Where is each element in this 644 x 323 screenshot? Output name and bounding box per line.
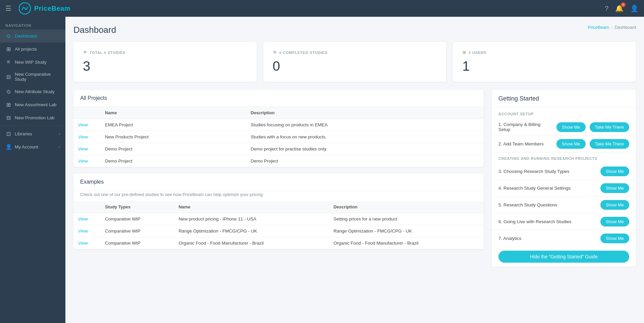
project-description: Demo project for practise studies only. [246, 143, 484, 155]
examples-header: Examples [73, 174, 484, 191]
sidebar: NAVIGATION ⊙ Dashboard ⊞ All projects ≡ … [0, 17, 65, 323]
view-link[interactable]: View [78, 122, 88, 127]
show-me-button[interactable]: Show Me [600, 200, 629, 210]
two-col-layout: All Projects Name Description View EMEA … [73, 90, 636, 267]
all-projects-header: All Projects [73, 90, 484, 107]
show-me-button[interactable]: Show Me [600, 217, 629, 227]
sidebar-item-libraries[interactable]: ⊡ Libraries › [0, 127, 65, 140]
table-row: View New Products Project Studies with a… [73, 131, 484, 143]
sidebar-item-new-comparative-study[interactable]: ⊟ New Comparative Study [0, 68, 65, 85]
stat-card-total-studies: ⚑ TOTAL # STUDIES 3 [73, 42, 257, 82]
promotion-icon: ⊟ [5, 115, 11, 121]
getting-started-title: Getting Started [492, 90, 636, 108]
gs-item-text: 6. Going Live with Research Studies [498, 219, 596, 224]
libraries-icon: ⊡ [5, 131, 11, 137]
gs-item: 5. Research Study QuestionsShow Me [492, 197, 636, 213]
stat-value-completed: 0 [273, 59, 437, 74]
hamburger-button[interactable]: ☰ [5, 4, 11, 12]
example-name: New product pricing - iPhone 11 - USA [174, 213, 329, 225]
stat-label-users: ✱ # USERS [462, 50, 627, 55]
view-link[interactable]: View [78, 158, 88, 164]
take-me-there-button[interactable]: Take Me There [590, 122, 629, 132]
table-row: View Demo Project Demo Project [73, 155, 484, 167]
view-link[interactable]: View [78, 134, 88, 139]
page-title-area: Dashboard PriceBeam › Dashboard [73, 25, 636, 35]
sidebar-item-label: My Account [15, 144, 38, 149]
ex-col-name: Name [174, 201, 329, 213]
page-title: Dashboard [73, 25, 116, 35]
project-description: Studies focusing on products in EMEA [246, 119, 484, 131]
sidebar-item-label: All projects [15, 47, 37, 52]
table-row: View Comparative WtP Range Optimization … [73, 225, 484, 237]
ex-col-view [73, 201, 100, 213]
sidebar-item-label: New Promotion Lab [15, 115, 55, 120]
view-link[interactable]: View [78, 216, 88, 221]
sidebar-item-label: New Comparative Study [15, 72, 60, 82]
gs-item-text: 1. Company & Billing Setup [498, 122, 552, 132]
hide-guide-button[interactable]: Hide the "Getting Started" Guide [498, 251, 629, 263]
sidebar-item-new-attribute-study[interactable]: ⊙ New Attribute Study [0, 85, 65, 98]
main-layout: NAVIGATION ⊙ Dashboard ⊞ All projects ≡ … [0, 17, 644, 323]
user-icon[interactable]: 👤 [630, 4, 639, 12]
account-arrow: › [59, 145, 60, 149]
all-projects-card: All Projects Name Description View EMEA … [73, 90, 484, 167]
gs-item: 3. Choosing Research Study TypesShow Me [492, 163, 636, 180]
notification-badge: 0 [621, 2, 626, 7]
header-icons: ? 🔔 0 👤 [605, 4, 639, 12]
gs-item: 2. Add Team MembersShow MeTake Me There [492, 136, 636, 152]
breadcrumb-dashboard: Dashboard [614, 25, 636, 30]
study-type: Comparative WtP [100, 237, 174, 249]
gs-item-text: 3. Choosing Research Study Types [498, 169, 596, 174]
table-row: View Comparative WtP New product pricing… [73, 213, 484, 225]
sidebar-item-new-wtp-study[interactable]: ≡ New WtP Study [0, 56, 65, 68]
sidebar-item-new-promotion-lab[interactable]: ⊟ New Promotion Lab [0, 111, 65, 124]
take-me-there-button[interactable]: Take Me There [590, 139, 629, 149]
project-name: New Products Project [100, 131, 246, 143]
project-name: Demo Project [100, 143, 246, 155]
examples-table: Study Types Name Description View Compar… [73, 201, 484, 249]
sidebar-item-label: New WtP Study [15, 60, 46, 65]
gs-item-text: 4. Research Study General Settings [498, 186, 596, 191]
stat-value-users: 1 [462, 59, 627, 74]
view-link[interactable]: View [78, 146, 88, 151]
breadcrumb-pricebeam[interactable]: PriceBeam [588, 25, 609, 30]
show-me-button[interactable]: Show Me [556, 139, 585, 149]
breadcrumb: PriceBeam › Dashboard [588, 25, 636, 30]
show-me-button[interactable]: Show Me [600, 167, 629, 176]
sidebar-item-all-projects[interactable]: ⊞ All projects [0, 43, 65, 56]
stat-icon-users: ✱ [462, 50, 467, 55]
ex-col-description: Description [329, 201, 484, 213]
logo-icon [19, 2, 31, 14]
getting-started-panel: Getting Started ACCOUNT SETUP1. Company … [492, 90, 636, 267]
assortment-icon: ⊞ [5, 102, 11, 108]
sidebar-item-label: New Attribute Study [15, 89, 55, 94]
content-area: Dashboard PriceBeam › Dashboard ⚑ TOTAL … [65, 17, 644, 323]
study-type: Comparative WtP [100, 213, 174, 225]
stat-label-total: ⚑ TOTAL # STUDIES [83, 50, 247, 55]
show-me-button[interactable]: Show Me [600, 234, 629, 243]
sidebar-item-label: New Assortment Lab [15, 102, 57, 107]
col-header-view [73, 107, 100, 119]
attribute-icon: ⊙ [5, 88, 11, 95]
bell-icon[interactable]: 🔔 0 [615, 4, 624, 12]
view-link[interactable]: View [78, 241, 88, 246]
col-header-name: Name [100, 107, 246, 119]
help-icon[interactable]: ? [605, 5, 608, 12]
show-me-button[interactable]: Show Me [556, 122, 585, 132]
table-row: View EMEA Project Studies focusing on pr… [73, 119, 484, 131]
example-description: Setting prices for a new product [329, 213, 484, 225]
sidebar-item-label: Dashboard [15, 34, 37, 39]
examples-card: Examples Check out one of our pre-define… [73, 174, 484, 249]
sidebar-item-dashboard[interactable]: ⊙ Dashboard [0, 29, 65, 43]
show-me-button[interactable]: Show Me [600, 183, 629, 193]
example-description: Range Optimization - FMCG/CPG - UK [329, 225, 484, 237]
all-projects-icon: ⊞ [5, 46, 11, 52]
breadcrumb-separator: › [611, 25, 612, 30]
all-projects-table: Name Description View EMEA Project Studi… [73, 107, 484, 167]
view-link[interactable]: View [78, 229, 88, 234]
sidebar-item-my-account[interactable]: 👤 My Account › [0, 140, 65, 153]
top-header: ☰ PriceBeam ? 🔔 0 👤 [0, 0, 644, 17]
sidebar-item-new-assortment-lab[interactable]: ⊞ New Assortment Lab [0, 98, 65, 111]
left-column: All Projects Name Description View EMEA … [73, 90, 484, 256]
project-name: EMEA Project [100, 119, 246, 131]
